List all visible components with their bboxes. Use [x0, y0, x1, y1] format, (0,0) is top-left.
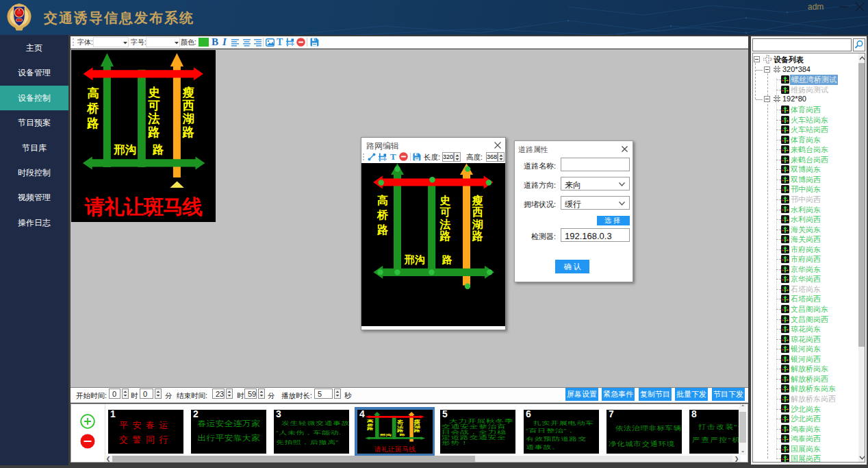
svg-text:西: 西	[181, 99, 194, 112]
svg-text:路: 路	[376, 223, 388, 236]
svg-text:路: 路	[147, 125, 160, 139]
svg-text:路: 路	[396, 428, 404, 432]
svg-text:史: 史	[439, 195, 450, 206]
svg-text:路: 路	[439, 230, 450, 242]
svg-text:法: 法	[439, 219, 450, 230]
svg-text:路: 路	[366, 426, 374, 430]
svg-text:路: 路	[152, 143, 164, 156]
svg-text:高: 高	[377, 194, 388, 206]
svg-text:可: 可	[439, 206, 450, 218]
svg-text:高: 高	[366, 419, 374, 423]
svg-text:湖: 湖	[181, 112, 194, 125]
svg-text:路: 路	[181, 125, 194, 139]
svg-text:邢沟: 邢沟	[379, 433, 392, 436]
svg-text:请礼让斑马线: 请礼让斑马线	[84, 195, 203, 218]
svg-text:瘦: 瘦	[181, 86, 194, 99]
svg-text:路: 路	[413, 428, 420, 432]
svg-text:路: 路	[442, 254, 452, 265]
svg-text:高: 高	[87, 86, 99, 100]
svg-text:法: 法	[147, 112, 160, 125]
svg-text:路: 路	[472, 230, 483, 242]
svg-text:史: 史	[147, 86, 160, 99]
svg-text:湖: 湖	[472, 219, 483, 230]
svg-text:邢沟: 邢沟	[113, 143, 136, 156]
svg-text:路: 路	[398, 433, 405, 436]
svg-text:桥: 桥	[366, 423, 374, 427]
svg-text:桥: 桥	[376, 209, 388, 221]
svg-text:邢沟: 邢沟	[404, 254, 425, 265]
svg-text:路: 路	[86, 116, 99, 130]
svg-text:桥: 桥	[86, 101, 99, 115]
svg-text:西: 西	[472, 206, 483, 218]
svg-text:瘦: 瘦	[472, 195, 483, 206]
svg-text:可: 可	[147, 99, 160, 112]
